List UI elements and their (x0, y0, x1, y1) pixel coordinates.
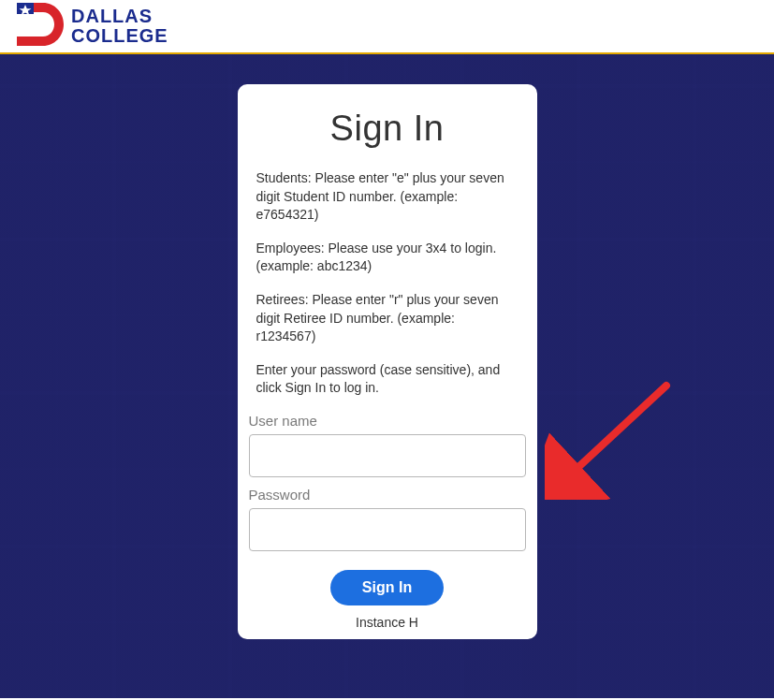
username-label: User name (249, 413, 526, 429)
password-input[interactable] (249, 508, 526, 551)
login-form: User name Password Sign In Instance H (238, 413, 537, 630)
button-row: Sign In (249, 570, 526, 605)
instructions-students: Students: Please enter "e" plus your sev… (256, 169, 518, 225)
instructions-block: Students: Please enter "e" plus your sev… (238, 169, 537, 398)
brand-text: DALLAS COLLEGE (71, 7, 168, 46)
page-title: Sign In (238, 109, 537, 149)
brand-text-line2: COLLEGE (71, 25, 168, 46)
instructions-password: Enter your password (case sensitive), an… (256, 361, 518, 398)
signin-button[interactable]: Sign In (330, 570, 444, 605)
svg-line-3 (563, 386, 666, 481)
top-bar: DALLAS COLLEGE (0, 0, 774, 54)
username-input[interactable] (249, 434, 526, 477)
instance-footer: Instance H (249, 615, 526, 630)
signin-card: Sign In Students: Please enter "e" plus … (238, 84, 537, 639)
annotation-arrow-icon (545, 378, 685, 503)
password-label: Password (249, 487, 526, 503)
logo-d-icon (15, 3, 64, 50)
hero-background: Sign In Students: Please enter "e" plus … (0, 54, 774, 698)
instructions-retirees: Retirees: Please enter "r" plus your sev… (256, 291, 518, 346)
instructions-employees: Employees: Please use your 3x4 to login.… (256, 240, 518, 276)
brand-logo: DALLAS COLLEGE (15, 3, 168, 50)
brand-text-line1: DALLAS (71, 6, 153, 26)
